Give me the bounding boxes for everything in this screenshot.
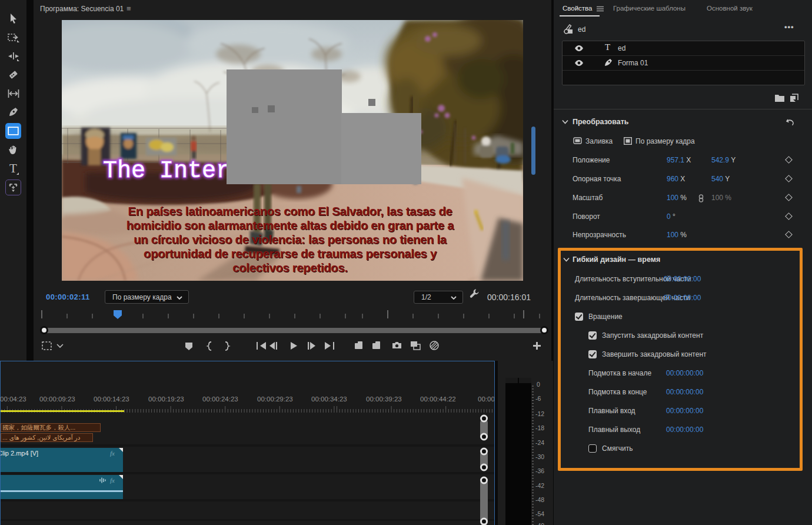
svg-text:oportunidad de recuperarse de: oportunidad de recuperarse de traumas pe… (144, 247, 437, 260)
svg-text:En países latinoamericanos com: En países latinoamericanos como El Salva… (128, 205, 452, 218)
svg-text:colectivos repetidos.: colectivos repetidos. (232, 261, 347, 274)
svg-text:un círculo vicioso de violenci: un círculo vicioso de violencia: las per… (134, 233, 447, 246)
svg-text:homicidio son alarmantemente a: homicidio son alarmantemente altas debid… (127, 219, 455, 232)
